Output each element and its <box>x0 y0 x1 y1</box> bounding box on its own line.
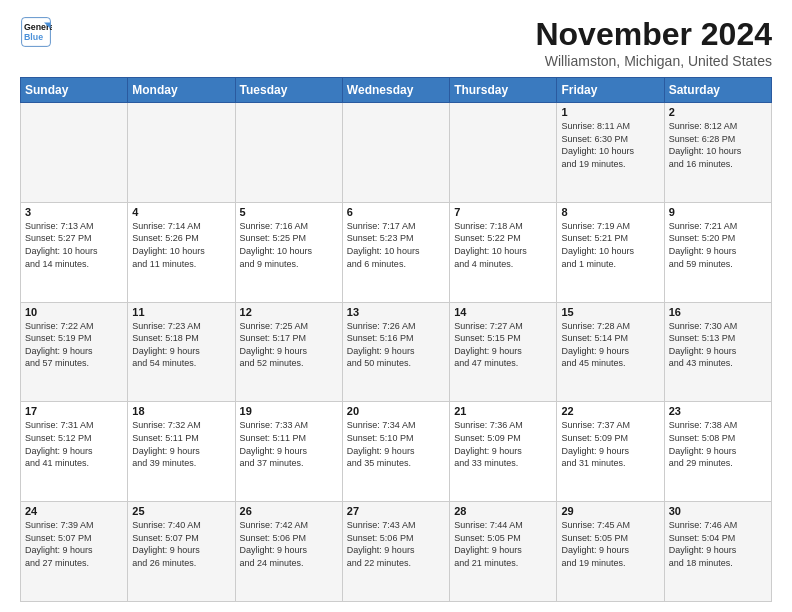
weekday-header-friday: Friday <box>557 78 664 103</box>
day-number: 7 <box>454 206 552 218</box>
empty-cell <box>450 103 557 203</box>
day-number: 23 <box>669 405 767 417</box>
day-number: 16 <box>669 306 767 318</box>
day-detail: Sunrise: 7:32 AM Sunset: 5:11 PM Dayligh… <box>132 419 230 469</box>
day-detail: Sunrise: 7:38 AM Sunset: 5:08 PM Dayligh… <box>669 419 767 469</box>
day-detail: Sunrise: 7:21 AM Sunset: 5:20 PM Dayligh… <box>669 220 767 270</box>
day-cell-27: 27Sunrise: 7:43 AM Sunset: 5:06 PM Dayli… <box>342 502 449 602</box>
weekday-header-wednesday: Wednesday <box>342 78 449 103</box>
day-detail: Sunrise: 7:18 AM Sunset: 5:22 PM Dayligh… <box>454 220 552 270</box>
weekday-header-row: SundayMondayTuesdayWednesdayThursdayFrid… <box>21 78 772 103</box>
title-block: November 2024 Williamston, Michigan, Uni… <box>535 16 772 69</box>
day-number: 30 <box>669 505 767 517</box>
week-row-4: 17Sunrise: 7:31 AM Sunset: 5:12 PM Dayli… <box>21 402 772 502</box>
day-cell-22: 22Sunrise: 7:37 AM Sunset: 5:09 PM Dayli… <box>557 402 664 502</box>
day-cell-26: 26Sunrise: 7:42 AM Sunset: 5:06 PM Dayli… <box>235 502 342 602</box>
day-detail: Sunrise: 7:31 AM Sunset: 5:12 PM Dayligh… <box>25 419 123 469</box>
week-row-2: 3Sunrise: 7:13 AM Sunset: 5:27 PM Daylig… <box>21 202 772 302</box>
day-detail: Sunrise: 7:13 AM Sunset: 5:27 PM Dayligh… <box>25 220 123 270</box>
day-detail: Sunrise: 7:39 AM Sunset: 5:07 PM Dayligh… <box>25 519 123 569</box>
empty-cell <box>128 103 235 203</box>
day-number: 5 <box>240 206 338 218</box>
day-number: 19 <box>240 405 338 417</box>
day-detail: Sunrise: 7:43 AM Sunset: 5:06 PM Dayligh… <box>347 519 445 569</box>
weekday-header-tuesday: Tuesday <box>235 78 342 103</box>
day-detail: Sunrise: 7:33 AM Sunset: 5:11 PM Dayligh… <box>240 419 338 469</box>
weekday-header-sunday: Sunday <box>21 78 128 103</box>
day-number: 1 <box>561 106 659 118</box>
day-cell-18: 18Sunrise: 7:32 AM Sunset: 5:11 PM Dayli… <box>128 402 235 502</box>
day-cell-9: 9Sunrise: 7:21 AM Sunset: 5:20 PM Daylig… <box>664 202 771 302</box>
week-row-5: 24Sunrise: 7:39 AM Sunset: 5:07 PM Dayli… <box>21 502 772 602</box>
day-cell-2: 2Sunrise: 8:12 AM Sunset: 6:28 PM Daylig… <box>664 103 771 203</box>
day-cell-4: 4Sunrise: 7:14 AM Sunset: 5:26 PM Daylig… <box>128 202 235 302</box>
day-number: 10 <box>25 306 123 318</box>
day-number: 4 <box>132 206 230 218</box>
day-number: 12 <box>240 306 338 318</box>
day-number: 22 <box>561 405 659 417</box>
day-cell-5: 5Sunrise: 7:16 AM Sunset: 5:25 PM Daylig… <box>235 202 342 302</box>
day-cell-21: 21Sunrise: 7:36 AM Sunset: 5:09 PM Dayli… <box>450 402 557 502</box>
day-number: 11 <box>132 306 230 318</box>
calendar: SundayMondayTuesdayWednesdayThursdayFrid… <box>20 77 772 602</box>
day-detail: Sunrise: 7:40 AM Sunset: 5:07 PM Dayligh… <box>132 519 230 569</box>
day-cell-14: 14Sunrise: 7:27 AM Sunset: 5:15 PM Dayli… <box>450 302 557 402</box>
day-detail: Sunrise: 7:17 AM Sunset: 5:23 PM Dayligh… <box>347 220 445 270</box>
weekday-header-thursday: Thursday <box>450 78 557 103</box>
location: Williamston, Michigan, United States <box>535 53 772 69</box>
day-cell-11: 11Sunrise: 7:23 AM Sunset: 5:18 PM Dayli… <box>128 302 235 402</box>
day-cell-15: 15Sunrise: 7:28 AM Sunset: 5:14 PM Dayli… <box>557 302 664 402</box>
day-number: 2 <box>669 106 767 118</box>
day-number: 15 <box>561 306 659 318</box>
day-number: 29 <box>561 505 659 517</box>
day-detail: Sunrise: 8:11 AM Sunset: 6:30 PM Dayligh… <box>561 120 659 170</box>
day-cell-16: 16Sunrise: 7:30 AM Sunset: 5:13 PM Dayli… <box>664 302 771 402</box>
day-cell-25: 25Sunrise: 7:40 AM Sunset: 5:07 PM Dayli… <box>128 502 235 602</box>
day-cell-1: 1Sunrise: 8:11 AM Sunset: 6:30 PM Daylig… <box>557 103 664 203</box>
day-cell-28: 28Sunrise: 7:44 AM Sunset: 5:05 PM Dayli… <box>450 502 557 602</box>
day-number: 25 <box>132 505 230 517</box>
day-detail: Sunrise: 7:22 AM Sunset: 5:19 PM Dayligh… <box>25 320 123 370</box>
day-detail: Sunrise: 7:34 AM Sunset: 5:10 PM Dayligh… <box>347 419 445 469</box>
day-cell-17: 17Sunrise: 7:31 AM Sunset: 5:12 PM Dayli… <box>21 402 128 502</box>
page: General Blue November 2024 Williamston, … <box>0 0 792 612</box>
day-detail: Sunrise: 7:23 AM Sunset: 5:18 PM Dayligh… <box>132 320 230 370</box>
day-cell-29: 29Sunrise: 7:45 AM Sunset: 5:05 PM Dayli… <box>557 502 664 602</box>
day-number: 13 <box>347 306 445 318</box>
day-cell-3: 3Sunrise: 7:13 AM Sunset: 5:27 PM Daylig… <box>21 202 128 302</box>
day-detail: Sunrise: 7:46 AM Sunset: 5:04 PM Dayligh… <box>669 519 767 569</box>
empty-cell <box>235 103 342 203</box>
day-cell-7: 7Sunrise: 7:18 AM Sunset: 5:22 PM Daylig… <box>450 202 557 302</box>
day-number: 20 <box>347 405 445 417</box>
day-detail: Sunrise: 7:45 AM Sunset: 5:05 PM Dayligh… <box>561 519 659 569</box>
day-number: 24 <box>25 505 123 517</box>
day-detail: Sunrise: 7:37 AM Sunset: 5:09 PM Dayligh… <box>561 419 659 469</box>
weekday-header-saturday: Saturday <box>664 78 771 103</box>
day-detail: Sunrise: 8:12 AM Sunset: 6:28 PM Dayligh… <box>669 120 767 170</box>
logo: General Blue <box>20 16 52 48</box>
day-detail: Sunrise: 7:36 AM Sunset: 5:09 PM Dayligh… <box>454 419 552 469</box>
day-number: 17 <box>25 405 123 417</box>
day-number: 28 <box>454 505 552 517</box>
day-number: 14 <box>454 306 552 318</box>
empty-cell <box>342 103 449 203</box>
day-detail: Sunrise: 7:28 AM Sunset: 5:14 PM Dayligh… <box>561 320 659 370</box>
day-detail: Sunrise: 7:30 AM Sunset: 5:13 PM Dayligh… <box>669 320 767 370</box>
day-cell-19: 19Sunrise: 7:33 AM Sunset: 5:11 PM Dayli… <box>235 402 342 502</box>
header: General Blue November 2024 Williamston, … <box>20 16 772 69</box>
week-row-3: 10Sunrise: 7:22 AM Sunset: 5:19 PM Dayli… <box>21 302 772 402</box>
day-detail: Sunrise: 7:42 AM Sunset: 5:06 PM Dayligh… <box>240 519 338 569</box>
day-number: 9 <box>669 206 767 218</box>
day-detail: Sunrise: 7:16 AM Sunset: 5:25 PM Dayligh… <box>240 220 338 270</box>
day-number: 26 <box>240 505 338 517</box>
day-cell-10: 10Sunrise: 7:22 AM Sunset: 5:19 PM Dayli… <box>21 302 128 402</box>
day-number: 27 <box>347 505 445 517</box>
day-cell-8: 8Sunrise: 7:19 AM Sunset: 5:21 PM Daylig… <box>557 202 664 302</box>
day-cell-23: 23Sunrise: 7:38 AM Sunset: 5:08 PM Dayli… <box>664 402 771 502</box>
week-row-1: 1Sunrise: 8:11 AM Sunset: 6:30 PM Daylig… <box>21 103 772 203</box>
day-number: 21 <box>454 405 552 417</box>
day-cell-12: 12Sunrise: 7:25 AM Sunset: 5:17 PM Dayli… <box>235 302 342 402</box>
day-number: 6 <box>347 206 445 218</box>
day-detail: Sunrise: 7:25 AM Sunset: 5:17 PM Dayligh… <box>240 320 338 370</box>
day-detail: Sunrise: 7:14 AM Sunset: 5:26 PM Dayligh… <box>132 220 230 270</box>
